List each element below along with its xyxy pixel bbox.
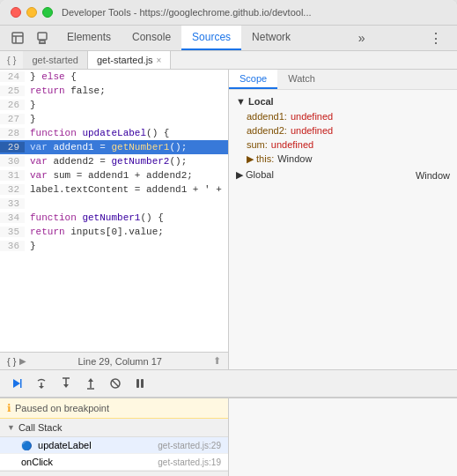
bottom-section: ℹ Paused on breakpoint ▼ Call Stack 🔵 up… (0, 398, 457, 476)
svg-line-17 (112, 380, 119, 387)
close-button[interactable] (11, 7, 21, 18)
file-tab-get-started[interactable]: get-started (23, 51, 88, 69)
var-addend1: addend1: undefined (229, 109, 457, 123)
code-line-26: 26 } (0, 98, 228, 112)
maximize-button[interactable] (42, 7, 53, 18)
bottom-section-wrapper: ℹ Paused on breakpoint ▼ Call Stack 🔵 up… (0, 369, 457, 476)
svg-rect-18 (136, 379, 139, 388)
scope-panel: Scope Watch ▼ Local addend1: undefined a… (229, 70, 457, 369)
devtools-window: Developer Tools - https://googlechrome.g… (0, 0, 457, 476)
svg-rect-3 (38, 33, 47, 40)
bracket-status-icon: { } (7, 356, 16, 367)
call-stack-content: 🔵 updateLabel get-started.js:29 onClick … (0, 437, 228, 471)
device-icon[interactable] (32, 27, 53, 48)
info-icon: ℹ (7, 402, 11, 414)
resume-button[interactable] (7, 374, 26, 393)
code-line-29: 29 var addend1 = getNumber1(); (0, 140, 228, 154)
call-stack-accordion: ▼ Call Stack 🔵 updateLabel get-started.j… (0, 419, 228, 472)
tab-sources[interactable]: Sources (181, 26, 241, 50)
code-line-31: 31 var sum = addend1 + addend2; (0, 168, 228, 182)
close-tab-icon[interactable]: × (157, 56, 162, 65)
debug-toolbar (0, 370, 457, 398)
code-line-24: 24 } else { (0, 70, 228, 84)
code-line-33: 33 (0, 197, 228, 211)
file-tab-get-started-js[interactable]: get-started.js × (88, 51, 171, 69)
stack-frame-1[interactable]: onClick get-started.js:19 (0, 454, 228, 471)
step-over-button[interactable] (32, 374, 51, 393)
call-stack-header[interactable]: ▼ Call Stack (0, 419, 228, 437)
code-panel: 24 } else { 25 return false; 26 } 27 } (0, 70, 229, 369)
inspector-icon[interactable] (7, 27, 28, 48)
more-tabs-button[interactable]: » (353, 27, 371, 48)
var-addend2: addend2: undefined (229, 123, 457, 138)
code-line-28: 28 function updateLabel() { (0, 126, 228, 140)
stack-frame-0[interactable]: 🔵 updateLabel get-started.js:29 (0, 437, 228, 454)
code-area[interactable]: 24 } else { 25 return false; 26 } 27 } (0, 70, 228, 352)
traffic-lights (11, 7, 53, 18)
tab-elements[interactable]: Elements (56, 26, 122, 50)
bracket-icon: { } (0, 51, 23, 69)
tab-watch[interactable]: Watch (277, 70, 326, 89)
window-title: Developer Tools - https://googlechrome.g… (62, 7, 446, 18)
code-line-32: 32 label.textContent = addend1 + ' + ' +… (0, 182, 228, 197)
svg-rect-0 (12, 33, 23, 43)
file-tabs: { } get-started get-started.js × (0, 51, 457, 70)
alert-text: Paused on breakpoint (15, 403, 109, 413)
left-panel: ℹ Paused on breakpoint ▼ Call Stack 🔵 up… (0, 398, 229, 476)
titlebar: Developer Tools - https://googlechrome.g… (0, 0, 457, 26)
code-line-35: 35 return inputs[0].value; (0, 225, 228, 239)
right-bottom-panel (229, 398, 457, 476)
svg-marker-9 (39, 386, 44, 389)
breakpoints-header[interactable]: ▼ Breakpoints (0, 472, 228, 476)
scroll-icon: ⬆ (213, 355, 221, 367)
svg-marker-6 (13, 379, 20, 388)
menu-button[interactable]: ⋮ (422, 26, 450, 50)
svg-marker-11 (63, 384, 69, 388)
main-content: 24 } else { 25 return false; 26 } 27 } (0, 70, 457, 369)
var-this[interactable]: ▶ this: Window (229, 152, 457, 167)
global-group[interactable]: ▶ Global Window (229, 167, 457, 183)
svg-marker-14 (88, 378, 93, 382)
tab-network[interactable]: Network (241, 26, 301, 50)
code-line-30: 30 var addend2 = getNumber2(); (0, 154, 228, 168)
code-line-34: 34 function getNumber1() { (0, 211, 228, 225)
svg-rect-19 (141, 379, 144, 388)
tab-console[interactable]: Console (122, 26, 181, 50)
code-line-36: 36 } (0, 239, 228, 253)
step-into-button[interactable] (56, 374, 76, 393)
breakpoints-accordion: ▼ Breakpoints ✓ get-started.js:29 var ad… (0, 472, 228, 476)
cursor-position: Line 29, Column 17 (78, 356, 162, 367)
nav-tabs: Elements Console Sources Network » ⋮ (0, 26, 457, 51)
breakpoint-alert: ℹ Paused on breakpoint (0, 398, 228, 419)
var-sum: sum: undefined (229, 138, 457, 152)
status-bar: { } ▶ Line 29, Column 17 ⬆ (0, 352, 228, 369)
scope-tabs: Scope Watch (229, 70, 457, 90)
step-out-button[interactable] (81, 374, 100, 393)
minimize-button[interactable] (26, 7, 37, 18)
local-group[interactable]: ▼ Local (229, 93, 457, 109)
pause-on-exception-button[interactable] (130, 374, 150, 393)
code-line-27: 27 } (0, 112, 228, 126)
code-line-25: 25 return false; (0, 84, 228, 98)
svg-rect-7 (20, 379, 22, 388)
scope-content: ▼ Local addend1: undefined addend2: unde… (229, 90, 457, 187)
deactivate-breakpoints-button[interactable] (106, 374, 125, 393)
tab-scope[interactable]: Scope (229, 70, 277, 89)
